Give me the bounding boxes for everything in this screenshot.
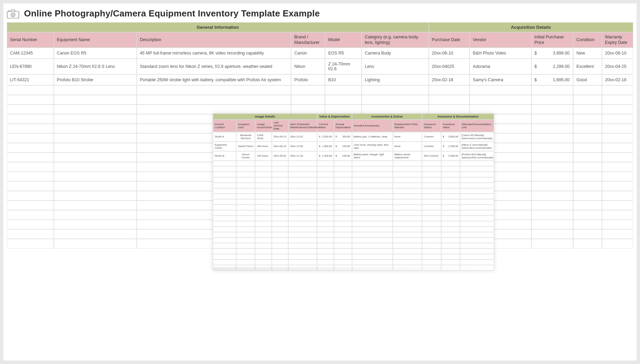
col-ad: Annual Depreciation: [334, 120, 352, 132]
table-row-empty: [213, 188, 494, 194]
table-row-empty: [213, 183, 494, 188]
section-general: General Information: [7, 22, 429, 32]
table-row-empty: [213, 248, 494, 254]
table-row: Studio AAlexandra Morrison5,000 Shots20x…: [213, 132, 494, 142]
table-row-empty: [7, 95, 633, 105]
table-row-empty: [213, 161, 494, 166]
table-row-empty: [7, 85, 633, 95]
table-row-empty: [213, 221, 494, 227]
money-cell: $3,800.00: [441, 132, 460, 142]
camera-icon: [7, 9, 19, 19]
header: Online Photography/Camera Equipment Inve…: [3, 3, 637, 22]
col-pdate: Purchase Date: [429, 32, 470, 48]
section-insurance: Insurance & Documentation: [422, 113, 494, 120]
table-row: Equipment ClosetSasha Petrov200 hours20x…: [213, 142, 494, 151]
table-row-empty: [213, 227, 494, 232]
table-row-empty: [213, 216, 494, 221]
col-desc: Description: [137, 32, 291, 48]
col-price: Initial Purchase Price: [531, 32, 573, 48]
money-cell: $2,200.00: [441, 142, 460, 151]
svg-rect-3: [8, 11, 10, 11]
col-cv: Current Value: [317, 120, 334, 132]
details-table: Usage Details Value & Depreciation Acces…: [213, 113, 494, 270]
col-cond: Condition: [573, 32, 602, 48]
money-cell: $1,400.00: [317, 151, 334, 161]
table-row-empty: [213, 210, 494, 216]
col-category: Category (e.g. camera body, lens, lighti…: [362, 32, 428, 48]
section-value: Value & Depreciation: [317, 113, 352, 120]
table-row-empty: [213, 205, 494, 210]
table-row: LEN-67890Nikon Z 24-70mm f/2.8 S LensSta…: [7, 59, 633, 74]
table-row-empty: [213, 166, 494, 172]
table-row-empty: [7, 105, 633, 114]
money-cell: $3,899.00: [531, 48, 573, 59]
money-cell: $3,200.00: [317, 132, 334, 142]
col-brand: Brand / Manufacturer: [291, 32, 325, 48]
col-acc: Included Accessories: [352, 120, 393, 132]
col-rep: Replacement Parts Needed: [393, 120, 422, 132]
money-cell: $350.00: [334, 132, 352, 142]
col-istat: Insurance Status: [422, 120, 441, 132]
table-row-empty: [213, 259, 494, 265]
col-auser: Assigned User: [236, 120, 255, 132]
overlay-panel: Usage Details Value & Depreciation Acces…: [213, 113, 494, 270]
col-hours: Usage Hours/Clicks: [255, 120, 271, 132]
scrollbar-hint[interactable]: [213, 267, 494, 270]
page-title: Online Photography/Camera Equipment Inve…: [24, 8, 320, 19]
table-row-empty: [213, 177, 494, 183]
table-row-empty: [213, 232, 494, 238]
table-row-empty: [213, 243, 494, 248]
col-name: Equipment Name: [54, 32, 137, 48]
col-ival: Insurance Value: [441, 120, 460, 132]
money-cell: $2,299.00: [531, 59, 573, 74]
table-row-empty: [213, 238, 494, 243]
table-row-empty: [213, 194, 494, 199]
col-vendor: Vendor: [470, 32, 531, 48]
col-loc: Current Location: [213, 120, 236, 132]
inventory-document: Online Photography/Camera Equipment Inve…: [3, 3, 637, 361]
col-serial: Serial Number: [7, 32, 54, 48]
table-row: CAM-12345Canon EOS R545 MP full-frame mi…: [7, 48, 633, 59]
section-accessories: Accessories & Extras: [352, 113, 422, 120]
col-warr: Warranty Expiry Date: [602, 32, 633, 48]
col-model: Model: [325, 32, 362, 48]
section-usage: Usage Details: [213, 113, 317, 120]
table-row-empty: [213, 254, 494, 259]
table-row: Studio BDevon Gomez150 hours20xx-09-0120…: [213, 151, 494, 161]
money-cell: $1,800.00: [317, 142, 334, 151]
money-cell: $100.00: [334, 151, 352, 161]
money-cell: $1,600.00: [441, 151, 460, 161]
col-nsd: Next Scheduled Maintenance/Calibration: [288, 120, 317, 132]
col-man: Manuals/Documentation Link: [460, 120, 494, 132]
table-row-empty: [213, 199, 494, 205]
table-row-empty: [213, 172, 494, 177]
col-lsd: Last Service Date: [272, 120, 288, 132]
section-acquisition: Acquisition Details: [429, 22, 633, 32]
svg-rect-0: [7, 11, 19, 18]
svg-point-1: [11, 13, 15, 17]
svg-point-2: [12, 14, 14, 15]
table-row: LIT-54321Profoto B10 StrobePortable 250W…: [7, 74, 633, 85]
money-cell: $150.00: [334, 142, 352, 151]
money-cell: $1,695.00: [531, 74, 573, 85]
